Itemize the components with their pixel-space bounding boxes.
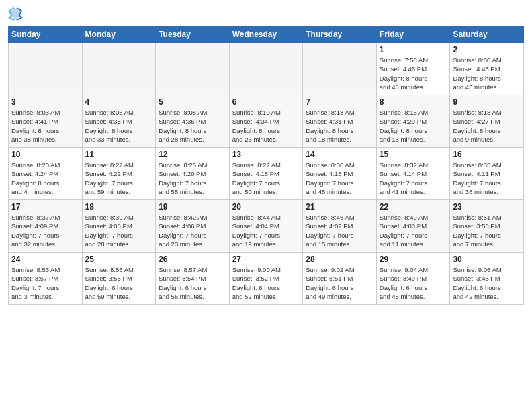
calendar-week-5: 24Sunrise: 8:53 AM Sunset: 3:57 PM Dayli… (9, 253, 524, 305)
calendar-cell: 22Sunrise: 8:49 AM Sunset: 4:00 PM Dayli… (376, 200, 450, 253)
calendar-cell: 13Sunrise: 8:27 AM Sunset: 4:18 PM Dayli… (229, 148, 303, 200)
day-info: Sunrise: 8:15 AM Sunset: 4:29 PM Dayligh… (380, 108, 447, 144)
day-number: 29 (380, 255, 447, 264)
day-number: 3 (11, 97, 79, 107)
day-number: 28 (306, 255, 373, 264)
day-info: Sunrise: 7:58 AM Sunset: 4:46 PM Dayligh… (380, 56, 447, 91)
day-info: Sunrise: 9:02 AM Sunset: 3:51 PM Dayligh… (306, 265, 373, 301)
logo-icon (8, 7, 23, 21)
day-number: 15 (380, 150, 447, 159)
day-number: 9 (453, 97, 521, 107)
day-info: Sunrise: 8:25 AM Sunset: 4:20 PM Dayligh… (159, 161, 226, 196)
calendar-cell: 19Sunrise: 8:42 AM Sunset: 4:06 PM Dayli… (156, 200, 230, 253)
calendar-cell (82, 43, 156, 95)
day-info: Sunrise: 8:53 AM Sunset: 3:57 PM Dayligh… (11, 265, 79, 301)
day-number: 2 (453, 45, 521, 54)
page-container: SundayMondayTuesdayWednesdayThursdayFrid… (0, 0, 532, 310)
calendar-cell: 4Sunrise: 8:05 AM Sunset: 4:38 PM Daylig… (82, 95, 156, 148)
day-number: 10 (11, 150, 79, 159)
calendar-cell: 27Sunrise: 9:00 AM Sunset: 3:52 PM Dayli… (229, 253, 303, 305)
calendar-cell: 6Sunrise: 8:10 AM Sunset: 4:34 PM Daylig… (229, 95, 303, 148)
day-info: Sunrise: 8:03 AM Sunset: 4:41 PM Dayligh… (11, 108, 79, 144)
calendar-cell: 25Sunrise: 8:55 AM Sunset: 3:55 PM Dayli… (82, 253, 156, 305)
day-info: Sunrise: 8:35 AM Sunset: 4:11 PM Dayligh… (453, 161, 521, 196)
day-number: 30 (453, 255, 521, 264)
weekday-header-sunday: Sunday (9, 26, 83, 43)
calendar-cell: 29Sunrise: 9:04 AM Sunset: 3:49 PM Dayli… (376, 253, 450, 305)
day-number: 5 (159, 97, 226, 107)
day-number: 11 (85, 150, 153, 159)
day-info: Sunrise: 8:57 AM Sunset: 3:54 PM Dayligh… (159, 265, 226, 301)
calendar-week-1: 1Sunrise: 7:58 AM Sunset: 4:46 PM Daylig… (9, 43, 524, 95)
weekday-header-thursday: Thursday (303, 26, 377, 43)
calendar-week-2: 3Sunrise: 8:03 AM Sunset: 4:41 PM Daylig… (9, 95, 524, 148)
day-number: 24 (11, 255, 79, 264)
day-info: Sunrise: 8:44 AM Sunset: 4:04 PM Dayligh… (232, 213, 300, 248)
calendar-cell: 26Sunrise: 8:57 AM Sunset: 3:54 PM Dayli… (156, 253, 230, 305)
day-info: Sunrise: 8:00 AM Sunset: 4:43 PM Dayligh… (453, 56, 521, 91)
day-info: Sunrise: 8:42 AM Sunset: 4:06 PM Dayligh… (159, 213, 226, 248)
calendar-cell: 21Sunrise: 8:46 AM Sunset: 4:02 PM Dayli… (303, 200, 377, 253)
day-info: Sunrise: 8:13 AM Sunset: 4:31 PM Dayligh… (306, 108, 373, 144)
day-info: Sunrise: 8:18 AM Sunset: 4:27 PM Dayligh… (453, 108, 521, 144)
calendar-cell: 24Sunrise: 8:53 AM Sunset: 3:57 PM Dayli… (9, 253, 83, 305)
day-number: 6 (232, 97, 300, 107)
calendar-cell: 23Sunrise: 8:51 AM Sunset: 3:58 PM Dayli… (450, 200, 524, 253)
calendar-cell: 3Sunrise: 8:03 AM Sunset: 4:41 PM Daylig… (9, 95, 83, 148)
day-number: 25 (85, 255, 153, 264)
calendar-cell: 15Sunrise: 8:32 AM Sunset: 4:14 PM Dayli… (376, 148, 450, 200)
day-info: Sunrise: 8:55 AM Sunset: 3:55 PM Dayligh… (85, 265, 153, 301)
day-info: Sunrise: 9:00 AM Sunset: 3:52 PM Dayligh… (232, 265, 300, 301)
calendar-cell (156, 43, 230, 95)
day-info: Sunrise: 8:37 AM Sunset: 4:09 PM Dayligh… (11, 213, 79, 248)
day-info: Sunrise: 8:51 AM Sunset: 3:58 PM Dayligh… (453, 213, 521, 248)
day-number: 23 (453, 202, 521, 212)
day-info: Sunrise: 8:32 AM Sunset: 4:14 PM Dayligh… (380, 161, 447, 196)
calendar-cell (229, 43, 303, 95)
day-info: Sunrise: 8:20 AM Sunset: 4:24 PM Dayligh… (11, 161, 79, 196)
weekday-header-wednesday: Wednesday (229, 26, 303, 43)
day-info: Sunrise: 8:08 AM Sunset: 4:36 PM Dayligh… (159, 108, 226, 144)
day-number: 20 (232, 202, 300, 212)
calendar-cell: 18Sunrise: 8:39 AM Sunset: 4:08 PM Dayli… (82, 200, 156, 253)
day-number: 8 (380, 97, 447, 107)
calendar-week-4: 17Sunrise: 8:37 AM Sunset: 4:09 PM Dayli… (9, 200, 524, 253)
day-info: Sunrise: 8:49 AM Sunset: 4:00 PM Dayligh… (380, 213, 447, 248)
calendar-cell: 1Sunrise: 7:58 AM Sunset: 4:46 PM Daylig… (376, 43, 450, 95)
day-number: 26 (159, 255, 226, 264)
calendar-cell: 10Sunrise: 8:20 AM Sunset: 4:24 PM Dayli… (9, 148, 83, 200)
calendar-cell: 30Sunrise: 9:06 AM Sunset: 3:48 PM Dayli… (450, 253, 524, 305)
weekday-header-friday: Friday (376, 26, 450, 43)
weekday-header-saturday: Saturday (450, 26, 524, 43)
day-number: 18 (85, 202, 153, 212)
day-info: Sunrise: 8:30 AM Sunset: 4:16 PM Dayligh… (306, 161, 373, 196)
day-number: 14 (306, 150, 373, 159)
calendar-cell: 5Sunrise: 8:08 AM Sunset: 4:36 PM Daylig… (156, 95, 230, 148)
day-info: Sunrise: 9:04 AM Sunset: 3:49 PM Dayligh… (380, 265, 447, 301)
logo (8, 7, 26, 21)
day-info: Sunrise: 8:22 AM Sunset: 4:22 PM Dayligh… (85, 161, 153, 196)
day-number: 27 (232, 255, 300, 264)
day-info: Sunrise: 8:39 AM Sunset: 4:08 PM Dayligh… (85, 213, 153, 248)
day-info: Sunrise: 9:06 AM Sunset: 3:48 PM Dayligh… (453, 265, 521, 301)
day-number: 22 (380, 202, 447, 212)
header (8, 7, 524, 21)
day-info: Sunrise: 8:46 AM Sunset: 4:02 PM Dayligh… (306, 213, 373, 248)
calendar-cell: 28Sunrise: 9:02 AM Sunset: 3:51 PM Dayli… (303, 253, 377, 305)
day-info: Sunrise: 8:10 AM Sunset: 4:34 PM Dayligh… (232, 108, 300, 144)
day-info: Sunrise: 8:05 AM Sunset: 4:38 PM Dayligh… (85, 108, 153, 144)
calendar-cell: 7Sunrise: 8:13 AM Sunset: 4:31 PM Daylig… (303, 95, 377, 148)
calendar-cell: 12Sunrise: 8:25 AM Sunset: 4:20 PM Dayli… (156, 148, 230, 200)
day-number: 4 (85, 97, 153, 107)
calendar-cell (9, 43, 83, 95)
calendar-cell: 20Sunrise: 8:44 AM Sunset: 4:04 PM Dayli… (229, 200, 303, 253)
day-number: 13 (232, 150, 300, 159)
day-number: 17 (11, 202, 79, 212)
calendar-cell: 14Sunrise: 8:30 AM Sunset: 4:16 PM Dayli… (303, 148, 377, 200)
calendar-cell: 9Sunrise: 8:18 AM Sunset: 4:27 PM Daylig… (450, 95, 524, 148)
weekday-header-tuesday: Tuesday (156, 26, 230, 43)
day-number: 19 (159, 202, 226, 212)
calendar-week-3: 10Sunrise: 8:20 AM Sunset: 4:24 PM Dayli… (9, 148, 524, 200)
weekday-header-monday: Monday (82, 26, 156, 43)
calendar-cell: 11Sunrise: 8:22 AM Sunset: 4:22 PM Dayli… (82, 148, 156, 200)
